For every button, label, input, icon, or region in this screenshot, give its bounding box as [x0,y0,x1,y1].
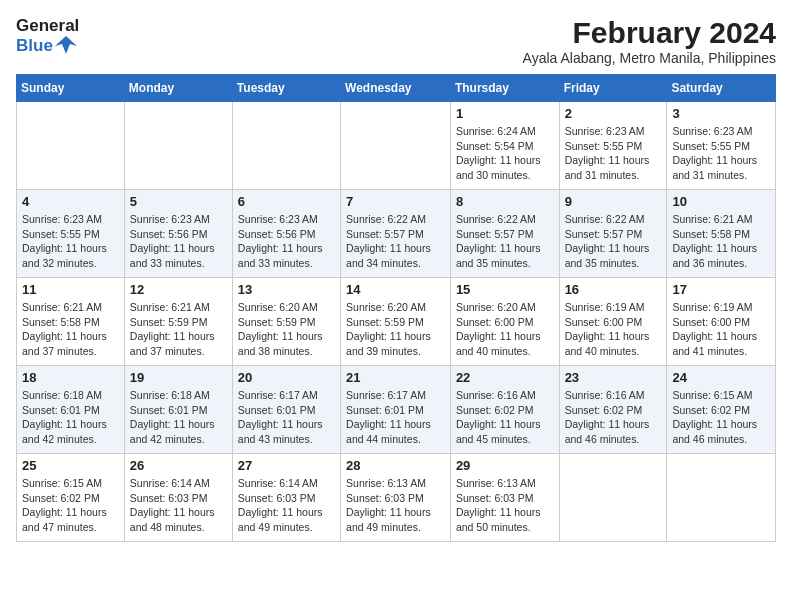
day-number: 9 [565,194,662,209]
svg-marker-0 [55,36,77,54]
day-number: 28 [346,458,445,473]
day-number: 1 [456,106,554,121]
table-row: 12Sunrise: 6:21 AM Sunset: 5:59 PM Dayli… [124,278,232,366]
cell-info: Sunrise: 6:16 AM Sunset: 6:02 PM Dayligh… [565,388,662,447]
cell-info: Sunrise: 6:20 AM Sunset: 6:00 PM Dayligh… [456,300,554,359]
table-row: 13Sunrise: 6:20 AM Sunset: 5:59 PM Dayli… [232,278,340,366]
header-saturday: Saturday [667,75,776,102]
header-wednesday: Wednesday [341,75,451,102]
header-sunday: Sunday [17,75,125,102]
table-row: 25Sunrise: 6:15 AM Sunset: 6:02 PM Dayli… [17,454,125,542]
calendar-header-row: Sunday Monday Tuesday Wednesday Thursday… [17,75,776,102]
header-monday: Monday [124,75,232,102]
cell-info: Sunrise: 6:17 AM Sunset: 6:01 PM Dayligh… [238,388,335,447]
table-row: 16Sunrise: 6:19 AM Sunset: 6:00 PM Dayli… [559,278,667,366]
table-row: 26Sunrise: 6:14 AM Sunset: 6:03 PM Dayli… [124,454,232,542]
cell-info: Sunrise: 6:22 AM Sunset: 5:57 PM Dayligh… [456,212,554,271]
table-row [17,102,125,190]
logo-general: General [16,16,79,36]
table-row: 3Sunrise: 6:23 AM Sunset: 5:55 PM Daylig… [667,102,776,190]
cell-info: Sunrise: 6:18 AM Sunset: 6:01 PM Dayligh… [22,388,119,447]
day-number: 26 [130,458,227,473]
day-number: 6 [238,194,335,209]
calendar-week-row: 18Sunrise: 6:18 AM Sunset: 6:01 PM Dayli… [17,366,776,454]
table-row: 4Sunrise: 6:23 AM Sunset: 5:55 PM Daylig… [17,190,125,278]
day-number: 21 [346,370,445,385]
day-number: 25 [22,458,119,473]
day-number: 13 [238,282,335,297]
cell-info: Sunrise: 6:23 AM Sunset: 5:56 PM Dayligh… [238,212,335,271]
day-number: 5 [130,194,227,209]
cell-info: Sunrise: 6:19 AM Sunset: 6:00 PM Dayligh… [672,300,770,359]
month-year-title: February 2024 [523,16,776,50]
header-tuesday: Tuesday [232,75,340,102]
table-row: 28Sunrise: 6:13 AM Sunset: 6:03 PM Dayli… [341,454,451,542]
day-number: 15 [456,282,554,297]
table-row: 6Sunrise: 6:23 AM Sunset: 5:56 PM Daylig… [232,190,340,278]
table-row: 11Sunrise: 6:21 AM Sunset: 5:58 PM Dayli… [17,278,125,366]
table-row [341,102,451,190]
table-row: 17Sunrise: 6:19 AM Sunset: 6:00 PM Dayli… [667,278,776,366]
cell-info: Sunrise: 6:15 AM Sunset: 6:02 PM Dayligh… [22,476,119,535]
calendar-week-row: 4Sunrise: 6:23 AM Sunset: 5:55 PM Daylig… [17,190,776,278]
table-row: 5Sunrise: 6:23 AM Sunset: 5:56 PM Daylig… [124,190,232,278]
table-row [232,102,340,190]
table-row: 14Sunrise: 6:20 AM Sunset: 5:59 PM Dayli… [341,278,451,366]
calendar-week-row: 25Sunrise: 6:15 AM Sunset: 6:02 PM Dayli… [17,454,776,542]
day-number: 11 [22,282,119,297]
table-row: 23Sunrise: 6:16 AM Sunset: 6:02 PM Dayli… [559,366,667,454]
table-row [559,454,667,542]
table-row: 7Sunrise: 6:22 AM Sunset: 5:57 PM Daylig… [341,190,451,278]
table-row: 21Sunrise: 6:17 AM Sunset: 6:01 PM Dayli… [341,366,451,454]
cell-info: Sunrise: 6:13 AM Sunset: 6:03 PM Dayligh… [346,476,445,535]
cell-info: Sunrise: 6:24 AM Sunset: 5:54 PM Dayligh… [456,124,554,183]
day-number: 7 [346,194,445,209]
cell-info: Sunrise: 6:13 AM Sunset: 6:03 PM Dayligh… [456,476,554,535]
day-number: 19 [130,370,227,385]
cell-info: Sunrise: 6:20 AM Sunset: 5:59 PM Dayligh… [238,300,335,359]
cell-info: Sunrise: 6:14 AM Sunset: 6:03 PM Dayligh… [130,476,227,535]
day-number: 29 [456,458,554,473]
table-row: 10Sunrise: 6:21 AM Sunset: 5:58 PM Dayli… [667,190,776,278]
cell-info: Sunrise: 6:23 AM Sunset: 5:56 PM Dayligh… [130,212,227,271]
cell-info: Sunrise: 6:21 AM Sunset: 5:58 PM Dayligh… [672,212,770,271]
day-number: 4 [22,194,119,209]
day-number: 2 [565,106,662,121]
cell-info: Sunrise: 6:16 AM Sunset: 6:02 PM Dayligh… [456,388,554,447]
table-row: 27Sunrise: 6:14 AM Sunset: 6:03 PM Dayli… [232,454,340,542]
location-subtitle: Ayala Alabang, Metro Manila, Philippines [523,50,776,66]
table-row: 24Sunrise: 6:15 AM Sunset: 6:02 PM Dayli… [667,366,776,454]
cell-info: Sunrise: 6:21 AM Sunset: 5:58 PM Dayligh… [22,300,119,359]
calendar-week-row: 11Sunrise: 6:21 AM Sunset: 5:58 PM Dayli… [17,278,776,366]
day-number: 17 [672,282,770,297]
cell-info: Sunrise: 6:21 AM Sunset: 5:59 PM Dayligh… [130,300,227,359]
table-row: 1Sunrise: 6:24 AM Sunset: 5:54 PM Daylig… [450,102,559,190]
table-row: 15Sunrise: 6:20 AM Sunset: 6:00 PM Dayli… [450,278,559,366]
title-section: February 2024 Ayala Alabang, Metro Manil… [523,16,776,66]
table-row: 29Sunrise: 6:13 AM Sunset: 6:03 PM Dayli… [450,454,559,542]
calendar-table: Sunday Monday Tuesday Wednesday Thursday… [16,74,776,542]
cell-info: Sunrise: 6:23 AM Sunset: 5:55 PM Dayligh… [565,124,662,183]
day-number: 3 [672,106,770,121]
cell-info: Sunrise: 6:23 AM Sunset: 5:55 PM Dayligh… [672,124,770,183]
cell-info: Sunrise: 6:14 AM Sunset: 6:03 PM Dayligh… [238,476,335,535]
day-number: 24 [672,370,770,385]
logo: General Blue [16,16,79,55]
cell-info: Sunrise: 6:19 AM Sunset: 6:00 PM Dayligh… [565,300,662,359]
table-row: 2Sunrise: 6:23 AM Sunset: 5:55 PM Daylig… [559,102,667,190]
table-row: 19Sunrise: 6:18 AM Sunset: 6:01 PM Dayli… [124,366,232,454]
day-number: 8 [456,194,554,209]
day-number: 27 [238,458,335,473]
cell-info: Sunrise: 6:22 AM Sunset: 5:57 PM Dayligh… [565,212,662,271]
table-row [667,454,776,542]
header-friday: Friday [559,75,667,102]
day-number: 18 [22,370,119,385]
day-number: 20 [238,370,335,385]
table-row: 9Sunrise: 6:22 AM Sunset: 5:57 PM Daylig… [559,190,667,278]
header-thursday: Thursday [450,75,559,102]
table-row: 8Sunrise: 6:22 AM Sunset: 5:57 PM Daylig… [450,190,559,278]
table-row [124,102,232,190]
table-row: 18Sunrise: 6:18 AM Sunset: 6:01 PM Dayli… [17,366,125,454]
day-number: 14 [346,282,445,297]
logo-icon: General Blue [16,16,79,55]
